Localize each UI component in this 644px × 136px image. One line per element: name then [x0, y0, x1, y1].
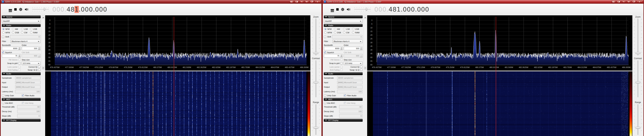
pin-on-top-button[interactable]	[300, 1, 304, 3]
filter-dropdown[interactable]: Blackman-Harris 4	[10, 40, 40, 43]
slider-track[interactable]	[316, 104, 316, 135]
spectrum-waterfall-splitter[interactable]	[367, 71, 633, 71]
fft-spectrum-canvas[interactable]	[51, 17, 307, 65]
scroll-grip[interactable]	[364, 66, 366, 69]
latency-input[interactable]: 100	[15, 90, 40, 93]
squelch-spinner[interactable]	[340, 54, 343, 57]
filter-audio-checkbox[interactable]	[22, 94, 24, 97]
zoom-slider-thumb[interactable]	[636, 52, 640, 54]
dock-right-button[interactable]	[616, 1, 621, 3]
zoom-slider-thumb[interactable]	[314, 52, 318, 54]
mode-radio-raw[interactable]: RAW	[352, 31, 362, 34]
slider-track[interactable]	[316, 60, 316, 97]
unity-gain-checkbox[interactable]	[2, 94, 4, 97]
frequency-digit-highlight[interactable]: 1	[74, 6, 78, 13]
range-slider-thumb[interactable]	[314, 127, 318, 129]
volume-track[interactable]	[32, 9, 49, 10]
volume-thumb[interactable]	[366, 8, 367, 11]
shift-input[interactable]: 0	[10, 35, 40, 39]
audio-input-dropdown[interactable]: [MME] Microsoft Soun	[15, 81, 40, 84]
pin-on-top-button[interactable]	[622, 1, 626, 3]
restore-button[interactable]	[310, 1, 314, 3]
samplerate-dropdown[interactable]: 48000 sample/sec	[15, 76, 40, 80]
stop-button[interactable]	[336, 8, 339, 11]
order-spinner[interactable]	[360, 47, 362, 50]
scroll-grip[interactable]	[42, 66, 44, 69]
source-panel-header[interactable]: Source	[2, 15, 41, 18]
mode-radio-wfm[interactable]: WFM	[324, 31, 334, 34]
volume-thumb[interactable]	[44, 8, 45, 11]
audio-mute-button[interactable]	[25, 8, 29, 11]
menu-button[interactable]	[331, 9, 334, 10]
source-panel-header[interactable]: Source	[324, 15, 363, 18]
agc-slope-input[interactable]: 0	[17, 114, 40, 118]
use-agc-checkbox[interactable]	[324, 102, 326, 104]
swap-iq-checkbox[interactable]	[360, 69, 362, 71]
order-input[interactable]: 500	[22, 47, 38, 50]
shift-checkbox[interactable]	[2, 36, 4, 38]
range-slider[interactable]	[634, 104, 642, 135]
mode-radio-wfm[interactable]: WFM	[2, 31, 12, 34]
range-slider-thumb[interactable]	[636, 127, 640, 129]
agc-threshold-input[interactable]: -50	[17, 105, 40, 109]
window-titlebar[interactable]: SDR# v1.0.0.1328 - IQ Imbalance: Gain = …	[1, 0, 322, 4]
mode-radio-dsb[interactable]: DSB	[334, 31, 343, 34]
restore-button[interactable]	[632, 1, 636, 3]
squelch-input[interactable]: 75	[324, 54, 340, 57]
contrast-slider-thumb[interactable]	[636, 82, 640, 83]
waterfall-canvas[interactable]	[373, 72, 628, 136]
filter-dropdown[interactable]: Blackman-Harris 4	[332, 40, 362, 43]
frequency-display[interactable]: 000.481.000.000	[374, 6, 429, 13]
frequency-leading-zeros[interactable]: 000.	[374, 6, 388, 13]
frequency-display[interactable]: 000.481.000.000	[52, 6, 107, 13]
filter-audio-checkbox[interactable]	[344, 94, 346, 97]
slider-track[interactable]	[638, 60, 638, 97]
spectrum-waterfall-splitter[interactable]	[45, 71, 311, 71]
range-slider[interactable]	[312, 104, 320, 135]
mode-radio-raw[interactable]: RAW	[30, 31, 40, 34]
agc-slope-input[interactable]: 0	[339, 114, 362, 118]
mode-radio-dsb[interactable]: DSB	[12, 31, 21, 34]
slider-track[interactable]	[316, 19, 316, 55]
bandwidth-input[interactable]: 8000	[324, 47, 340, 50]
frequency-digits-tail[interactable]: .000.000	[79, 6, 107, 13]
source-device-dropdown[interactable]: HackRF	[324, 19, 362, 23]
mode-radio-am[interactable]: AM	[12, 28, 21, 30]
dock-right-button[interactable]	[294, 1, 299, 3]
close-button[interactable]: ×	[636, 1, 642, 3]
agc-decay-input[interactable]: 100	[17, 110, 40, 113]
step-size-dropdown[interactable]: 12.5 kHz	[344, 61, 362, 65]
audio-output-dropdown[interactable]: [MME] Microsoft Soun	[337, 85, 362, 89]
mode-radio-lsb[interactable]: LSB	[343, 28, 352, 30]
mode-radio-nfm[interactable]: NFM	[324, 28, 334, 30]
latency-input[interactable]: 100	[337, 90, 362, 93]
minimize-button[interactable]	[626, 1, 631, 3]
squelch-checkbox[interactable]	[324, 51, 326, 53]
bandwidth-spinner[interactable]	[18, 47, 21, 50]
mode-radio-cw[interactable]: CW	[343, 31, 352, 34]
radio-panel-header[interactable]: Radio	[2, 24, 41, 27]
slider-track[interactable]	[638, 19, 638, 55]
tuning-frequency-line[interactable]	[496, 17, 496, 136]
close-button[interactable]: ×	[314, 1, 320, 3]
audio-panel-header[interactable]: Audio	[2, 72, 41, 75]
mode-radio-usb[interactable]: USB	[352, 28, 362, 30]
volume-slider[interactable]	[354, 7, 371, 12]
frequency-digits-tail[interactable]: .000.000	[401, 6, 429, 13]
order-spinner[interactable]	[38, 47, 40, 50]
squelch-input[interactable]: 75	[2, 54, 18, 57]
order-input[interactable]: 500	[344, 47, 360, 50]
correct-iq-checkbox[interactable]	[360, 66, 362, 68]
frequency-leading-zeros[interactable]: 000.	[52, 6, 66, 13]
stop-button[interactable]	[14, 8, 17, 11]
dock-left-button[interactable]	[289, 1, 294, 3]
bandwidth-spinner[interactable]	[340, 47, 343, 50]
cw-shift-input[interactable]: 600	[344, 54, 360, 57]
frequency-digits[interactable]: 48	[66, 6, 75, 13]
fft-display-panel-header[interactable]: FFT Display	[2, 119, 41, 122]
tuning-frequency-line[interactable]	[174, 17, 174, 136]
dock-left-button[interactable]	[611, 1, 616, 3]
samplerate-dropdown[interactable]: 48000 sample/sec	[337, 76, 362, 80]
scroll-up-button[interactable]	[364, 16, 366, 19]
agc-decay-input[interactable]: 100	[339, 110, 362, 113]
